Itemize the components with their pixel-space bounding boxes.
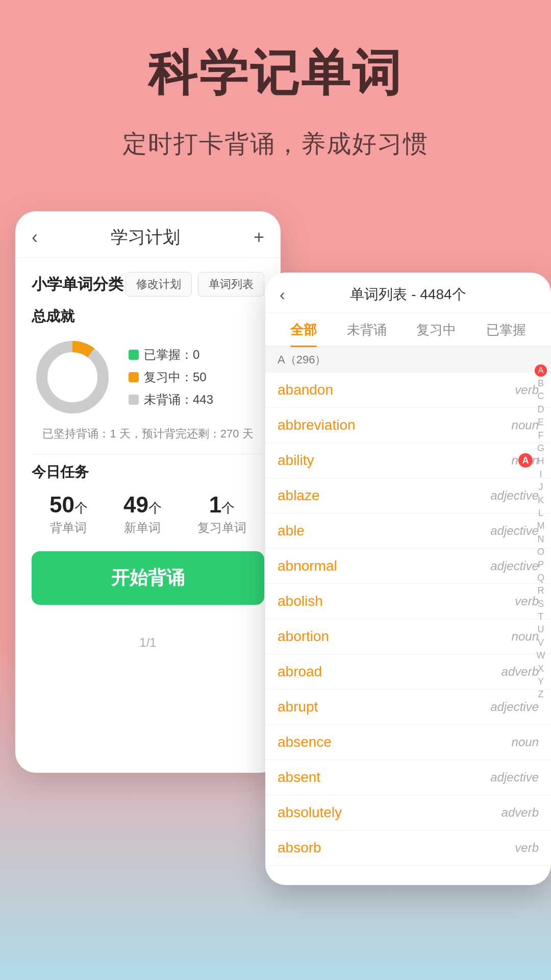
word-type: adjective <box>490 700 539 714</box>
word-type: adjective <box>490 770 539 785</box>
word-text: abandon <box>278 382 333 398</box>
word-text: ablaze <box>278 487 320 504</box>
alpha-k[interactable]: K <box>538 495 544 506</box>
right-card-nav: ‹ 单词列表 - 4484个 <box>265 273 551 313</box>
alpha-b[interactable]: B <box>538 378 544 389</box>
tab-mastered[interactable]: 已掌握 <box>486 321 526 346</box>
word-row[interactable]: ablaze adjective <box>265 478 551 513</box>
alpha-h[interactable]: H <box>538 455 544 467</box>
alpha-z[interactable]: Z <box>538 689 544 700</box>
legend-dot-review <box>129 372 139 382</box>
tab-unread[interactable]: 未背诵 <box>347 321 387 346</box>
alpha-e[interactable]: E <box>538 416 544 428</box>
word-row[interactable]: absence noun <box>265 725 551 760</box>
word-row[interactable]: abroad adverb <box>265 654 551 690</box>
add-icon[interactable]: + <box>254 227 264 248</box>
word-text: abolish <box>278 593 323 609</box>
alpha-x[interactable]: X <box>538 663 544 675</box>
back-icon[interactable]: ‹ <box>32 227 38 248</box>
alpha-o[interactable]: O <box>537 546 544 558</box>
alpha-u[interactable]: U <box>538 624 544 635</box>
legend-label-unread: 未背诵：443 <box>144 391 213 408</box>
word-text: abrupt <box>278 699 318 715</box>
legend-item-unread: 未背诵：443 <box>129 391 213 408</box>
badge-a: A <box>518 453 533 468</box>
word-row[interactable]: ability noun A <box>265 443 551 478</box>
left-card-title: 学习计划 <box>111 226 180 249</box>
alpha-m[interactable]: M <box>537 520 545 532</box>
word-text: abnormal <box>278 558 337 574</box>
legend-dot-mastered <box>129 350 139 360</box>
start-button[interactable]: 开始背诵 <box>32 551 264 605</box>
word-row[interactable]: abandon verb <box>265 373 551 408</box>
word-type: adjective <box>490 524 539 538</box>
stat-new-num: 49个 <box>123 492 162 518</box>
alpha-p[interactable]: P <box>538 559 544 571</box>
legend-item: 已掌握：0 <box>129 347 213 363</box>
hero-section: 科学记单词 定时打卡背诵，养成好习惯 <box>0 0 551 181</box>
word-text: abroad <box>278 664 322 680</box>
alpha-j[interactable]: J <box>539 481 543 493</box>
left-card-nav: ‹ 学习计划 + <box>15 211 281 258</box>
legend-area: 已掌握：0 复习中：50 未背诵：443 <box>129 347 213 408</box>
donut-chart <box>32 336 113 418</box>
word-row[interactable]: absolutely adverb <box>265 795 551 830</box>
word-text: able <box>278 523 305 539</box>
alpha-a[interactable]: A <box>535 364 547 377</box>
alpha-w[interactable]: W <box>537 650 545 662</box>
pagination: 1/1 <box>32 635 264 650</box>
word-text: absence <box>278 734 332 750</box>
word-type: adverb <box>502 805 539 820</box>
right-card: ‹ 单词列表 - 4484个 全部 未背诵 复习中 已掌握 A（296） aba… <box>265 273 551 885</box>
alpha-i[interactable]: I <box>539 469 542 480</box>
alpha-y[interactable]: Y <box>538 676 544 688</box>
alpha-g[interactable]: G <box>537 443 544 454</box>
stat-new: 49个 新单词 <box>123 492 162 536</box>
tabs-row: 全部 未背诵 复习中 已掌握 <box>265 313 551 347</box>
stat-review: 1个 复习单词 <box>197 492 246 536</box>
word-type: adjective <box>490 559 539 573</box>
word-type: verb <box>515 841 539 855</box>
edit-plan-button[interactable]: 修改计划 <box>126 272 192 297</box>
legend-label-review: 复习中：50 <box>144 369 207 385</box>
word-text: abbreviation <box>278 417 356 433</box>
right-back-icon[interactable]: ‹ <box>280 285 285 304</box>
word-row[interactable]: able adjective <box>265 513 551 549</box>
word-text: absolutely <box>278 804 342 821</box>
word-row[interactable]: abbreviation noun <box>265 408 551 443</box>
btn-group: 修改计划 单词列表 <box>126 272 264 297</box>
alpha-l[interactable]: L <box>538 507 543 519</box>
alpha-s[interactable]: S <box>538 598 544 610</box>
legend-dot-unread <box>129 395 139 405</box>
alpha-n[interactable]: N <box>538 533 544 545</box>
word-row[interactable]: absent adjective <box>265 760 551 795</box>
word-list-button[interactable]: 单词列表 <box>198 272 264 297</box>
task-stats: 50个 背单词 49个 新单词 1个 复习单词 <box>32 492 264 536</box>
svg-point-3 <box>52 357 93 398</box>
alpha-r[interactable]: R <box>538 585 544 597</box>
word-row[interactable]: abrupt adjective <box>265 690 551 725</box>
left-card: ‹ 学习计划 + 小学单词分类 修改计划 单词列表 总成就 <box>15 211 281 773</box>
tab-review[interactable]: 复习中 <box>416 321 456 346</box>
word-row[interactable]: absorb verb <box>265 830 551 866</box>
word-type: noun <box>512 735 539 749</box>
cards-area: ‹ 学习计划 + 小学单词分类 修改计划 单词列表 总成就 <box>0 211 551 875</box>
word-type: adjective <box>490 488 539 503</box>
word-text: abortion <box>278 628 329 645</box>
alpha-v[interactable]: V <box>538 637 544 649</box>
stat-review-label: 复习单词 <box>197 520 246 536</box>
alpha-t[interactable]: T <box>538 611 544 623</box>
word-row[interactable]: abnormal adjective <box>265 549 551 584</box>
alpha-c[interactable]: C <box>538 390 544 402</box>
hero-title: 科学记单词 <box>0 41 551 107</box>
alpha-q[interactable]: Q <box>537 572 544 584</box>
hero-subtitle: 定时打卡背诵，养成好习惯 <box>0 128 551 160</box>
word-row[interactable]: abortion noun <box>265 619 551 654</box>
alpha-d[interactable]: D <box>538 404 544 415</box>
alpha-f[interactable]: F <box>538 430 544 442</box>
word-row[interactable]: abolish verb <box>265 584 551 619</box>
left-card-body: 小学单词分类 修改计划 单词列表 总成就 <box>15 258 281 664</box>
tab-all[interactable]: 全部 <box>290 321 317 346</box>
alphabet-sidebar: A B C D E F G H I J K L M N O P Q R S T … <box>535 364 547 701</box>
word-text: absorb <box>278 840 321 856</box>
